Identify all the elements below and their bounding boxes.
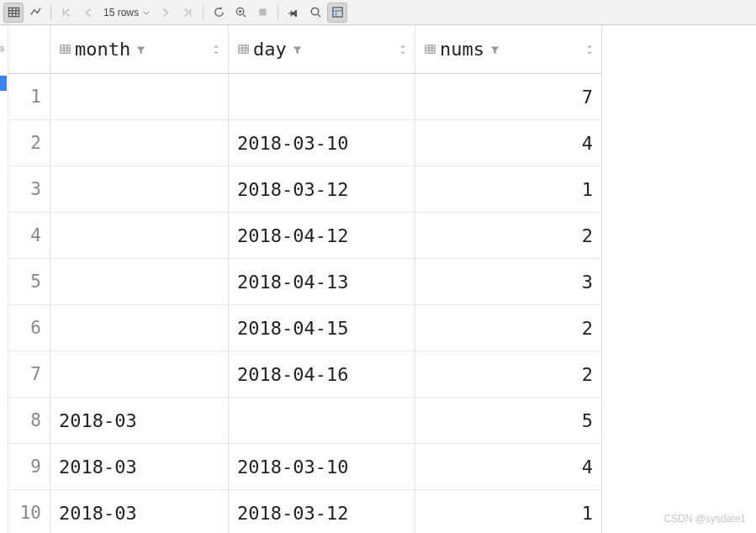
row-number[interactable]: 4 [8, 213, 50, 259]
cell-day[interactable] [229, 398, 415, 444]
cell-day[interactable]: 2018-04-13 [229, 259, 415, 305]
row-number[interactable]: 5 [8, 259, 50, 305]
column-icon [59, 39, 71, 60]
svg-rect-14 [332, 8, 341, 17]
row-number[interactable]: 2 [8, 120, 50, 166]
cell-nums[interactable]: 4 [415, 444, 602, 490]
rows-selector[interactable]: 15 rows [100, 7, 154, 18]
toolbar-separator [278, 5, 278, 20]
svg-rect-0 [8, 8, 19, 16]
row-number[interactable]: 7 [8, 351, 50, 398]
cell-nums[interactable]: 2 [415, 351, 602, 398]
row-number[interactable]: 8 [8, 398, 50, 444]
stop-button[interactable] [252, 3, 272, 23]
svg-rect-27 [426, 45, 435, 53]
svg-point-12 [311, 8, 318, 14]
header-corner [8, 25, 50, 74]
cell-nums[interactable]: 1 [415, 166, 602, 213]
reload-button[interactable] [209, 3, 229, 23]
cell-day[interactable]: 2018-03-12 [229, 166, 415, 213]
pin-button[interactable] [283, 3, 304, 23]
filter-icon[interactable] [135, 39, 146, 60]
left-gutter: s [0, 25, 8, 533]
cell-nums[interactable]: 3 [415, 259, 602, 305]
row-number[interactable]: 6 [8, 305, 50, 351]
chevron-down-icon [142, 8, 151, 17]
cell-nums[interactable]: 5 [415, 398, 602, 444]
svg-rect-11 [259, 8, 266, 15]
sort-icon[interactable] [398, 39, 408, 60]
column-header-nums[interactable]: nums [415, 25, 602, 74]
sort-icon[interactable] [211, 39, 221, 60]
gutter-label: s [0, 44, 4, 53]
cell-month[interactable]: 2018-03 [50, 490, 229, 533]
table-view-button[interactable] [3, 3, 24, 23]
cell-day[interactable]: 2018-04-15 [229, 305, 415, 351]
data-grid: monthdaynums1722018-03-10432018-03-12142… [8, 25, 602, 533]
filter-icon[interactable] [292, 39, 303, 60]
row-number[interactable]: 10 [8, 490, 50, 533]
rows-label: 15 rows [103, 7, 139, 18]
svg-line-13 [318, 14, 320, 17]
watermark: CSDN @sysdate1 [663, 513, 746, 525]
svg-line-8 [243, 14, 246, 17]
cell-nums[interactable]: 1 [415, 490, 602, 533]
cell-nums[interactable]: 7 [415, 74, 602, 120]
column-icon [237, 39, 250, 60]
column-header-day[interactable]: day [229, 25, 415, 74]
toolbar-separator [203, 5, 204, 20]
cell-month[interactable] [50, 259, 229, 305]
column-icon [424, 39, 436, 60]
cell-month[interactable] [50, 74, 229, 120]
cell-month[interactable]: 2018-03 [50, 444, 229, 490]
cell-day[interactable]: 2018-04-16 [229, 351, 415, 398]
cell-day[interactable] [229, 74, 415, 120]
selection-indicator [0, 76, 7, 91]
cell-month[interactable]: 2018-03 [50, 398, 229, 444]
row-number[interactable]: 3 [8, 166, 50, 213]
prev-page-button[interactable] [78, 3, 98, 23]
cell-day[interactable]: 2018-04-12 [229, 213, 415, 259]
column-label: nums [440, 39, 484, 60]
cell-month[interactable] [50, 120, 229, 166]
cell-day[interactable]: 2018-03-10 [229, 120, 415, 166]
toolbar-separator [50, 5, 51, 20]
svg-rect-17 [61, 45, 70, 53]
last-page-button[interactable] [177, 3, 198, 23]
settings-button[interactable] [327, 3, 347, 23]
cell-month[interactable] [50, 305, 229, 351]
svg-rect-22 [239, 45, 248, 53]
filter-icon[interactable] [489, 39, 500, 60]
cell-day[interactable]: 2018-03-12 [229, 490, 415, 533]
column-label: month [75, 39, 130, 60]
sort-icon[interactable] [584, 39, 595, 60]
toolbar: 15 rows [0, 0, 756, 25]
search-button[interactable] [305, 3, 325, 23]
cell-nums[interactable]: 4 [415, 120, 602, 166]
column-header-month[interactable]: month [50, 25, 229, 74]
cell-day[interactable]: 2018-03-10 [229, 444, 415, 490]
row-number[interactable]: 1 [8, 74, 50, 120]
cell-month[interactable] [50, 213, 229, 259]
row-number[interactable]: 9 [8, 444, 50, 490]
zoom-button[interactable] [230, 3, 251, 23]
chart-view-button[interactable] [25, 3, 45, 23]
cell-nums[interactable]: 2 [415, 213, 602, 259]
first-page-button[interactable] [56, 3, 77, 23]
next-page-button[interactable] [156, 3, 176, 23]
cell-month[interactable] [50, 166, 229, 213]
column-label: day [253, 39, 287, 60]
cell-nums[interactable]: 2 [415, 305, 602, 351]
cell-month[interactable] [50, 351, 229, 398]
